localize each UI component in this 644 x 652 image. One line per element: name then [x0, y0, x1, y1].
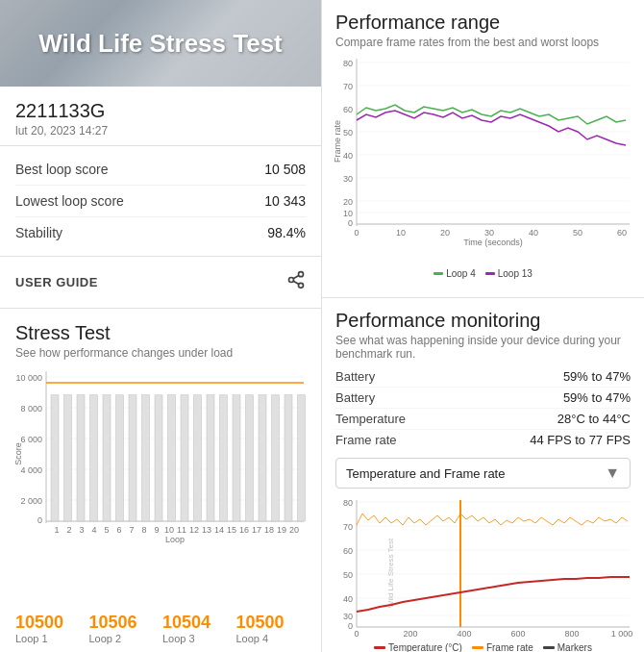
svg-text:2 000: 2 000 [20, 496, 42, 506]
svg-rect-21 [51, 395, 59, 521]
loop-4-value: 10500 [236, 613, 307, 633]
svg-text:200: 200 [403, 629, 417, 639]
svg-text:9: 9 [154, 525, 159, 535]
svg-rect-35 [233, 395, 240, 521]
stat-label-stability: Stability [15, 225, 62, 240]
svg-text:20: 20 [289, 525, 299, 535]
svg-text:6: 6 [116, 525, 121, 535]
svg-text:80: 80 [343, 498, 353, 508]
stat-label-best: Best loop score [15, 162, 109, 177]
svg-rect-30 [168, 395, 176, 521]
right-panel: Performance range Compare frame rates fr… [322, 0, 644, 652]
svg-text:0: 0 [348, 218, 353, 228]
legend-loop4-color [433, 272, 443, 275]
stat-label-lowest: Lowest loop score [15, 193, 124, 209]
svg-text:0: 0 [354, 629, 359, 639]
legend-loop4-label: Loop 4 [446, 268, 476, 279]
monitor-value-battery1: 59% to 47% [563, 369, 631, 384]
stats-section: Best loop score 10 508 Lowest loop score… [0, 146, 321, 257]
svg-text:80: 80 [343, 59, 353, 68]
stat-row-stability: Stability 98.4% [15, 217, 306, 248]
hero-section: Wild Life Stress Test [0, 0, 321, 87]
loop-score-1: 10500 Loop 1 [15, 613, 86, 644]
stat-row-best-loop: Best loop score 10 508 [15, 154, 306, 186]
svg-text:1: 1 [54, 525, 59, 535]
svg-text:Wild Life Stress Test: Wild Life Stress Test [386, 538, 395, 608]
loop-3-value: 10504 [162, 613, 233, 633]
svg-rect-32 [194, 395, 202, 521]
legend-loop4: Loop 4 [433, 268, 476, 279]
svg-rect-27 [129, 395, 136, 521]
svg-rect-36 [246, 395, 254, 521]
svg-text:40: 40 [343, 151, 353, 161]
svg-text:3: 3 [79, 525, 84, 535]
svg-text:400: 400 [457, 629, 471, 639]
legend-markers-color [543, 646, 555, 649]
device-date: lut 20, 2023 14:27 [15, 124, 306, 138]
svg-text:10: 10 [164, 525, 174, 535]
svg-text:4 000: 4 000 [20, 465, 42, 475]
legend-markers-label: Markers [557, 642, 592, 652]
svg-rect-37 [259, 395, 266, 521]
dropdown-label: Temperature and Frame rate [346, 466, 505, 481]
svg-text:5: 5 [104, 525, 109, 535]
svg-text:13: 13 [202, 525, 211, 535]
svg-rect-22 [64, 395, 72, 521]
svg-rect-26 [116, 395, 124, 521]
svg-rect-23 [77, 395, 85, 521]
chevron-down-icon: ▼ [605, 464, 620, 482]
svg-text:50: 50 [573, 228, 582, 238]
loop-score-2: 10506 Loop 2 [89, 613, 160, 644]
svg-rect-34 [220, 395, 228, 521]
performance-monitoring-title: Performance monitoring [335, 310, 631, 332]
performance-range-section: Performance range Compare frame rates fr… [322, 0, 644, 298]
loop-1-label: Loop 1 [15, 633, 86, 644]
temp-framerate-chart: 80 70 60 50 40 30 0 Wild Life Str [335, 496, 631, 645]
left-panel: Wild Life Stress Test 2211133G lut 20, 2… [0, 0, 322, 652]
user-guide-row[interactable]: USER GUIDE [0, 257, 321, 309]
svg-text:2: 2 [66, 525, 71, 535]
chart-type-dropdown[interactable]: Temperature and Frame rate ▼ [335, 458, 631, 489]
svg-text:50: 50 [343, 128, 353, 138]
svg-text:16: 16 [239, 525, 249, 535]
svg-text:Score: Score [13, 442, 23, 465]
svg-text:Frame rate: Frame rate [333, 120, 342, 163]
legend-markers: Markers [543, 642, 592, 652]
svg-text:10: 10 [343, 209, 353, 218]
svg-text:18: 18 [264, 525, 274, 535]
monitor-row-battery2: Battery 59% to 47% [335, 388, 631, 409]
svg-text:19: 19 [277, 525, 286, 535]
legend-temperature: Temperature (°C) [374, 642, 462, 652]
legend-framerate: Frame rate [472, 642, 533, 652]
svg-text:60: 60 [617, 228, 627, 238]
monitor-value-framerate: 44 FPS to 77 FPS [530, 433, 631, 447]
legend-temperature-label: Temperature (°C) [388, 642, 462, 652]
svg-text:0: 0 [37, 515, 42, 525]
share-icon[interactable] [286, 270, 306, 294]
svg-text:60: 60 [343, 546, 353, 556]
legend-temperature-color [374, 646, 385, 649]
svg-point-0 [299, 272, 304, 277]
svg-text:20: 20 [440, 228, 450, 238]
loop-score-3: 10504 Loop 3 [162, 613, 233, 644]
monitor-row-temperature: Temperature 28°C to 44°C [335, 409, 631, 430]
stat-value-stability: 98.4% [267, 225, 306, 240]
performance-range-chart: 80 70 60 50 40 30 20 10 0 Frame rate [335, 55, 631, 266]
svg-point-1 [289, 278, 294, 283]
svg-text:8 000: 8 000 [20, 404, 42, 414]
monitor-value-temperature: 28°C to 44°C [557, 412, 631, 426]
svg-text:30: 30 [484, 228, 494, 238]
monitor-value-battery2: 59% to 47% [563, 390, 631, 405]
performance-monitoring-subtitle: See what was happening inside your devic… [335, 334, 631, 361]
svg-text:Time (seconds): Time (seconds) [463, 238, 523, 247]
performance-range-legend: Loop 4 Loop 13 [335, 268, 631, 279]
loop-scores: 10500 Loop 1 10506 Loop 2 10504 Loop 3 1… [0, 605, 321, 652]
svg-text:30: 30 [343, 612, 353, 621]
svg-text:8: 8 [141, 525, 146, 535]
hero-title: Wild Life Stress Test [38, 29, 283, 59]
legend-loop13-label: Loop 13 [498, 268, 533, 279]
svg-text:70: 70 [343, 82, 353, 91]
stress-test-section: Stress Test See how performance changes … [0, 309, 321, 605]
svg-text:800: 800 [564, 629, 579, 639]
stat-value-best: 10 508 [264, 162, 306, 177]
